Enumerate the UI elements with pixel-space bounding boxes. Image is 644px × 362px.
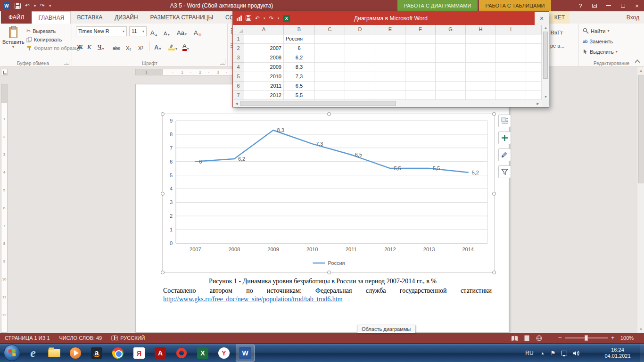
zoom-out-button[interactable]: − — [558, 333, 562, 343]
cell-A4[interactable]: 2009 — [244, 63, 284, 72]
row-header-7[interactable]: 7 — [233, 91, 244, 99]
cell-E2[interactable] — [375, 44, 405, 53]
font-name-dropdown-icon[interactable]: ▾ — [123, 27, 124, 36]
chart-handle-bottom-left[interactable] — [161, 271, 165, 274]
file-explorer-taskbar-icon[interactable] — [45, 345, 64, 362]
cell-F5[interactable] — [405, 72, 436, 82]
cell-I1[interactable] — [496, 34, 526, 44]
cell-C2[interactable] — [315, 44, 345, 53]
redo-icon[interactable]: ↷ — [40, 0, 45, 11]
cell-G7[interactable] — [436, 91, 466, 99]
zoom-slider-thumb[interactable] — [585, 335, 588, 341]
cell-E1[interactable] — [375, 34, 405, 44]
web-layout-button[interactable] — [533, 333, 545, 343]
save-icon[interactable] — [15, 3, 21, 9]
cell-B6[interactable]: 6,5 — [284, 82, 315, 91]
network-icon[interactable] — [559, 344, 569, 362]
ribbon-tab-ФАЙЛ[interactable]: ФАЙЛ — [1, 11, 32, 24]
cell-E4[interactable] — [375, 63, 405, 72]
cell-G4[interactable] — [436, 63, 466, 72]
ribbon-tab-ВСТАВКА[interactable]: ВСТАВКА — [71, 11, 108, 24]
col-header-B[interactable]: B — [284, 25, 315, 34]
cell-F1[interactable] — [405, 34, 436, 44]
cell-C5[interactable] — [315, 72, 345, 82]
cell-H5[interactable] — [466, 72, 496, 82]
proofing-status[interactable]: РУССКИЙ — [111, 335, 145, 341]
excel-redo-dropdown-icon[interactable]: ▾ — [278, 16, 280, 20]
cell-C1[interactable] — [315, 34, 345, 44]
excel-undo-dropdown-icon[interactable]: ▾ — [264, 16, 265, 20]
cell-H7[interactable] — [466, 91, 496, 99]
excel-redo-icon[interactable]: ↷ — [269, 13, 274, 24]
paste-dropdown-icon[interactable]: ▾ — [2, 45, 24, 49]
cell-A5[interactable]: 2010 — [244, 72, 284, 82]
print-layout-button[interactable] — [520, 333, 533, 343]
cell-F4[interactable] — [405, 63, 436, 72]
undo-icon[interactable]: ↶ — [25, 0, 30, 11]
chart-filters-button[interactable] — [498, 165, 511, 178]
source-text-line[interactable]: Составлено автором по источникам: Федера… — [163, 287, 492, 295]
superscript-button[interactable]: Х² — [137, 41, 144, 51]
cell-A2[interactable]: 2007 — [244, 44, 284, 53]
cell-I7[interactable] — [496, 91, 526, 99]
excel-save-icon[interactable] — [246, 15, 251, 22]
close-button[interactable]: × — [630, 0, 644, 11]
start-button[interactable] — [4, 345, 20, 361]
cell-D3[interactable] — [345, 53, 375, 63]
style-name-fragment[interactable]: ре в... — [550, 41, 564, 49]
col-header-A[interactable]: A — [244, 25, 284, 34]
row-header-4[interactable]: 4 — [233, 63, 244, 72]
scrollbar-thumb[interactable] — [638, 75, 644, 183]
cell-B2[interactable]: 6 — [284, 44, 315, 53]
cell-B3[interactable]: 6,2 — [284, 53, 315, 63]
yandex-taskbar-icon[interactable]: Я — [130, 345, 149, 362]
cell-B5[interactable]: 7,3 — [284, 72, 315, 82]
cell-G1[interactable] — [436, 34, 466, 44]
cell-D1[interactable] — [345, 34, 375, 44]
chart-handle-middle-right[interactable] — [492, 192, 496, 196]
acrobat-taskbar-icon[interactable]: A — [151, 345, 170, 362]
excel-scroll-left-icon[interactable]: ◀ — [234, 102, 239, 106]
select-all-corner[interactable] — [233, 25, 244, 34]
font-dialog-launcher[interactable] — [220, 59, 225, 65]
find-button[interactable]: Найти ▾ — [583, 27, 609, 35]
ribbon-tab-layout-fragment[interactable]: КЕТ — [550, 11, 570, 24]
cell-E3[interactable] — [375, 53, 405, 63]
contextual-tab-chart-tools[interactable]: РАБОТА С ДИАГРАММАМИ — [397, 0, 478, 11]
internet-explorer-taskbar-icon[interactable]: e — [24, 345, 42, 362]
cell-C3[interactable] — [315, 53, 345, 63]
cell-B1[interactable]: Россия — [284, 34, 315, 44]
bold-button[interactable]: Ж — [76, 41, 84, 51]
select-button[interactable]: Выделить ▾ — [583, 48, 618, 56]
font-size-dropdown-icon[interactable]: ▾ — [142, 27, 144, 36]
source-hyperlink[interactable]: http://www.gks.ru/free_doc/new_site/popu… — [163, 296, 343, 303]
yandex-browser-taskbar-icon[interactable]: Y — [215, 345, 233, 362]
excel-hscroll-thumb[interactable] — [240, 101, 396, 106]
cell-C6[interactable] — [315, 82, 345, 91]
chart-handle-top-left[interactable] — [161, 112, 165, 116]
word-count-indicator[interactable]: ЧИСЛО СЛОВ: 49 — [59, 335, 102, 341]
cell-E7[interactable] — [375, 91, 405, 99]
cell-G2[interactable] — [436, 44, 466, 53]
font-size-combobox[interactable]: 11 ▾ — [129, 26, 147, 36]
cell-D6[interactable] — [345, 82, 375, 91]
replace-button[interactable]: ab Заменить — [583, 37, 613, 45]
cell-I4[interactable] — [496, 63, 526, 72]
chart-handle-bottom-right[interactable] — [492, 271, 496, 274]
ribbon-display-options-button[interactable] — [587, 0, 602, 11]
chart-object-frame[interactable]: 012345678966,28,37,36,55,55,55,220072008… — [162, 114, 495, 273]
cell-A3[interactable]: 2008 — [244, 53, 284, 63]
chart-type-icon[interactable] — [237, 16, 242, 21]
row-header-3[interactable]: 3 — [233, 53, 244, 63]
excel-data-window[interactable]: ↶ ▾ ↷ ▾ X Диаграмма в Microsoft Word × A… — [232, 11, 549, 107]
cell-F2[interactable] — [405, 44, 436, 53]
sign-in-link[interactable]: Вход — [627, 11, 639, 24]
contextual-tab-table-tools[interactable]: РАБОТА С ТАБЛИЦАМИ — [479, 0, 551, 11]
paste-button[interactable]: Вставить ▾ — [2, 25, 24, 65]
col-header-C[interactable]: C — [315, 25, 345, 34]
cell-I5[interactable] — [496, 72, 526, 82]
cell-H2[interactable] — [466, 44, 496, 53]
media-player-taskbar-icon[interactable] — [66, 345, 85, 362]
chart-handle-top-right[interactable] — [492, 112, 496, 116]
cell-G3[interactable] — [436, 53, 466, 63]
